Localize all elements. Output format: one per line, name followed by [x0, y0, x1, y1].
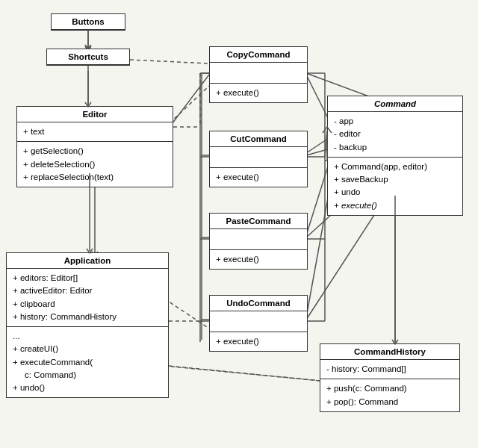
- editor-methods: + getSelection() + deleteSelection() + r…: [17, 142, 173, 187]
- svg-line-11: [130, 60, 209, 63]
- app-field-editors: + editors: Editor[]: [13, 272, 162, 284]
- command-field-editor: - editor: [334, 128, 456, 140]
- command-history-methods: + push(c: Command) + pop(): Command: [320, 379, 459, 411]
- command-field-backup: - backup: [334, 141, 456, 154]
- cut-command-execute: + execute(): [216, 171, 301, 184]
- svg-line-47: [169, 366, 320, 381]
- command-method-constructor: + Command(app, editor): [334, 161, 456, 173]
- command-history-method-push: + push(c: Command): [326, 382, 453, 395]
- editor-header: Editor: [17, 107, 173, 122]
- editor-fields: + text: [17, 122, 173, 142]
- shortcuts-box: Shortcuts: [46, 49, 130, 66]
- svg-line-10: [164, 299, 209, 329]
- uml-diagram: Buttons Shortcuts Editor + text + getSel…: [0, 0, 478, 448]
- application-fields: + editors: Editor[] + activeEditor: Edit…: [7, 269, 168, 327]
- shortcuts-header: Shortcuts: [47, 49, 129, 65]
- editor-method-replaceselection: + replaceSelection(text): [23, 171, 167, 184]
- editor-method-getselection: + getSelection(): [23, 145, 167, 158]
- cut-command-methods: + execute(): [210, 168, 307, 187]
- undo-command-header: UndoCommand: [210, 296, 307, 311]
- app-method-undo: + undo(): [13, 382, 162, 394]
- app-dots: ...: [13, 330, 162, 343]
- command-method-execute: + execute(): [334, 199, 456, 212]
- svg-line-4: [170, 75, 209, 127]
- command-history-field-history: - history: Command[]: [326, 363, 453, 376]
- svg-line-3: [164, 366, 321, 381]
- undo-command-execute: + execute(): [216, 335, 301, 348]
- svg-line-7: [306, 164, 329, 235]
- paste-command-methods: + execute(): [210, 250, 307, 269]
- cut-command-fields: [210, 147, 307, 168]
- app-field-history: + history: CommandHistory: [13, 311, 162, 323]
- svg-line-21: [170, 86, 209, 123]
- editor-field-text: + text: [23, 125, 167, 138]
- svg-line-6: [306, 138, 329, 153]
- cut-command-box: CutCommand + execute(): [209, 131, 308, 187]
- buttons-box: Buttons: [51, 13, 125, 31]
- undo-command-methods: + execute(): [210, 332, 307, 351]
- svg-line-5: [306, 75, 329, 119]
- app-field-clipboard: + clipboard: [13, 298, 162, 311]
- copy-command-box: CopyCommand + execute(): [209, 46, 308, 103]
- command-field-app: - app: [334, 115, 456, 128]
- command-fields: - app - editor - backup: [328, 112, 462, 158]
- app-field-activeeditor: + activeEditor: Editor: [13, 284, 162, 297]
- command-method-undo: + undo: [334, 186, 456, 199]
- paste-command-execute: + execute(): [216, 253, 301, 266]
- copy-command-fields: [210, 63, 307, 84]
- copy-command-execute: + execute(): [216, 87, 301, 99]
- application-header: Application: [7, 253, 168, 269]
- application-methods: ... + createUI() + executeCommand( c: Co…: [7, 327, 168, 397]
- undo-command-box: UndoCommand + execute(): [209, 295, 308, 352]
- command-method-savebackup: + saveBackup: [334, 173, 456, 186]
- editor-box: Editor + text + getSelection() + deleteS…: [16, 106, 173, 187]
- command-box: Command - app - editor - backup + Comman…: [327, 96, 463, 216]
- paste-command-header: PasteCommand: [210, 214, 307, 229]
- application-box: Application + editors: Editor[] + active…: [6, 252, 169, 398]
- app-method-createui: + createUI(): [13, 343, 162, 355]
- command-history-method-pop: + pop(): Command: [326, 396, 453, 408]
- svg-line-8: [306, 194, 329, 317]
- command-history-header: CommandHistory: [320, 344, 459, 360]
- app-method-executecommand: + executeCommand(: [13, 356, 162, 369]
- undo-command-fields: [210, 311, 307, 332]
- command-history-fields: - history: Command[]: [320, 360, 459, 379]
- copy-command-methods: + execute(): [210, 84, 307, 102]
- command-header: Command: [328, 96, 462, 112]
- paste-command-fields: [210, 229, 307, 250]
- copy-command-header: CopyCommand: [210, 47, 307, 63]
- paste-command-box: PasteCommand + execute(): [209, 213, 308, 270]
- command-history-box: CommandHistory - history: Command[] + pu…: [320, 343, 460, 412]
- editor-method-deleteselection: + deleteSelection(): [23, 158, 167, 171]
- command-methods: + Command(app, editor) + saveBackup + un…: [328, 158, 462, 215]
- buttons-header: Buttons: [52, 14, 125, 30]
- cut-command-header: CutCommand: [210, 131, 307, 147]
- app-method-executecommand-param: c: Command): [13, 369, 162, 382]
